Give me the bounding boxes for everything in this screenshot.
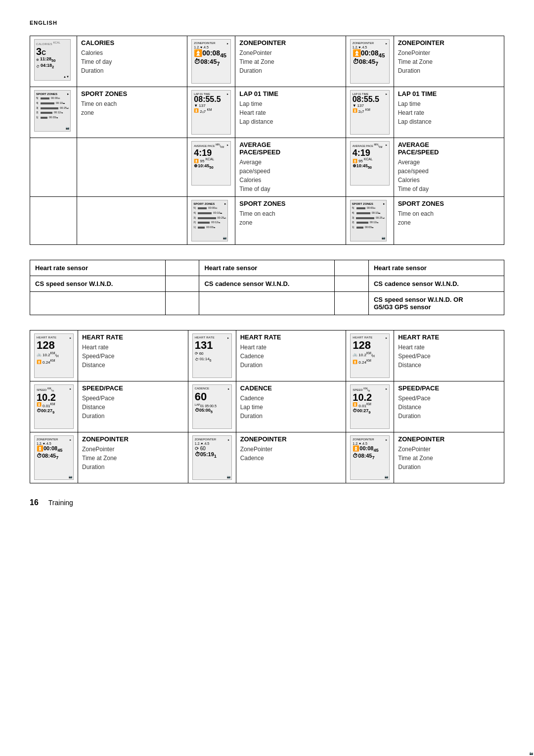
avg-pace-a-screen: AVERAGE PACE MIN/KM ▸ 4:19 ⏫ 95 KCAL ⊕10… xyxy=(191,141,231,186)
zp2-bottom-num: ⏱08:457 xyxy=(353,58,387,67)
sz-b-bar1 xyxy=(198,227,205,229)
lap01b-device-cell: LAP 01 TIME ▸ 08:55.5 ▼ 137 ⏫ 2₀7 KM 📷 xyxy=(346,87,394,138)
zpbot-a-top: ZONEPOINTER ▸ xyxy=(37,438,71,441)
zp1-label: ZONEPOINTER xyxy=(194,42,215,45)
lap01a-main: 08:55.5 xyxy=(194,95,228,103)
lap01b-screen: LAP 01 TIME ▸ 08:55.5 ▼ 137 ⏫ 2₀7 KM 📷 xyxy=(350,90,390,135)
hr-a-bike-icon: 🚲 xyxy=(37,352,42,357)
sensor-col4-r3 xyxy=(335,292,368,315)
zpbot-a-label: ZONEPOINTER xyxy=(37,438,58,441)
lap01b-features-cell: LAP 01 TIME Lap time Heart rate Lap dist… xyxy=(394,87,504,138)
avg-pace-a-cell: AVERAGE PACE MIN/KM ▸ 4:19 ⏫ 95 KCAL ⊕10… xyxy=(187,138,235,197)
avg-a-feat-2: Calories xyxy=(239,176,341,185)
zpbot-c-time: ⏫00:0845 xyxy=(353,446,387,453)
table-row: SPORT ZONES ▸ 5| 00:00₀₀ 4| 00:10₁₂ xyxy=(30,197,504,245)
zpbot-b-bottom: ⏱05:191 xyxy=(195,451,229,459)
avg-pace-a-features: AVERAGEPACE/SPEED Average pace/speed Cal… xyxy=(235,138,346,197)
sensor-col3-r3 xyxy=(199,292,335,315)
zpbot-a-cam: 📷 xyxy=(69,475,72,478)
zonepointer1-screen: ZONEPOINTER ▸ 1.2.♥.4.5 ⏫00:0845 ⏱08:457… xyxy=(191,39,231,84)
hr-c-cell: HEART RATE ▸ 128 🚲 10.2KM/H ⏫ 0.24KM 📷 xyxy=(346,331,394,381)
speed-b-feat-3: Duration xyxy=(398,412,500,421)
zpbot-c-label: ZONEPOINTER xyxy=(353,438,374,441)
avg-b-feat-3: Time of day xyxy=(398,185,500,193)
sensor-col1-r3 xyxy=(30,292,166,315)
sz-c-zone1: 1| 00:03₀₂ xyxy=(352,226,385,230)
zpbot-b-arrow: ▸ xyxy=(228,438,229,441)
sz-c-z1: 1| xyxy=(352,226,356,230)
sensor-col3-r1: Heart rate sensor xyxy=(199,260,335,276)
zonepointer2-device-cell: ZONEPOINTER ▸ 1.2.♥.4.5 ⏫00:0845 ⏱08:457… xyxy=(346,36,394,87)
empty-row4-col1 xyxy=(30,197,77,245)
zpbot-a-title: ZONEPOINTER xyxy=(82,435,184,443)
zpbot-c-bottom: ⏱08:457 xyxy=(353,453,387,460)
lap01b-tri-down: ▼ xyxy=(353,103,356,108)
zpbot-c-feat-2: Time at Zone xyxy=(398,454,500,463)
cadence-a-arrow: ▸ xyxy=(228,387,229,390)
zpbot-a-features: ZONEPOINTER ZonePointer Time at Zone Dur… xyxy=(78,432,188,483)
calories-feat-2: Time of day xyxy=(81,57,183,66)
zpbot-c-feat-3: Duration xyxy=(398,463,500,472)
speed-b-feat-1: Speed/Pace xyxy=(398,394,500,403)
sz-c-label: SPORT ZONES xyxy=(352,202,373,206)
sport-zones-screen: SPORT ZONES ▸ 5| 00:00₀₀ 4| 00:10₁₂ xyxy=(34,90,71,132)
zpbot-b-zones: 1.2.♥.4.5 xyxy=(195,442,229,445)
avg-b-cal: ⏫ 95 KCAL xyxy=(353,157,387,163)
avg-b-feat-1: Average xyxy=(398,158,500,167)
sz-b-feat-1b: zone xyxy=(239,218,341,227)
speed-a-dist-val: 0.01KM xyxy=(43,402,55,408)
zp2-feat-3: Duration xyxy=(398,66,500,75)
hr-sensor-title-2: Heart rate sensor xyxy=(204,264,257,272)
sport-zones-features-cell: SPORT ZONES Time on each zone xyxy=(77,87,187,138)
zone-4-time: 00:10₁₂ xyxy=(56,101,65,105)
sz-c-feat-1: Time on each xyxy=(398,209,500,218)
zpbot-c-top: ZONEPOINTER ▸ xyxy=(353,438,387,441)
zone-2-bar xyxy=(41,112,52,114)
lap01a-hr-val: 137 xyxy=(199,103,205,108)
avg-a-main: 4:19 xyxy=(194,148,228,157)
hr-a-sub2: ⏫ 0.24KM xyxy=(37,359,71,365)
speed-cadence-row: SPEED KM/H ▸ 10.2 ⏫ 0.01KM ⏱00:279 📷 SPE… xyxy=(30,381,504,432)
sz-b-feat-1: Time on each xyxy=(239,209,341,218)
sz-c-arrow: ▸ xyxy=(383,202,385,206)
speed-a-dist-icon: ⏫ xyxy=(37,402,42,408)
empty-cell-row3-col1 xyxy=(30,138,77,197)
sz-top: SPORT ZONES ▸ xyxy=(36,92,69,96)
sz-b-z5: 5| xyxy=(193,206,197,210)
zone-4-label: 4| xyxy=(36,101,40,105)
zp2-top-tag: ZONEPOINTER ▸ xyxy=(353,42,387,45)
zpbot-b-label: ZONEPOINTER xyxy=(195,438,216,441)
zp2-time-num: ⏫00:0845 xyxy=(353,49,387,58)
cs-cadence-sensor-1: CS cadence sensor W.I.N.D. xyxy=(204,280,289,287)
hr-b-features: HEART RATE Heart rate Cadence Duration xyxy=(236,331,346,381)
lap01a-dist-row: ⏫ 2₀7 KM xyxy=(194,108,228,114)
calories-tod-row: ⊕ 11:2850 xyxy=(36,56,69,63)
lap01b-feat-2: Heart rate xyxy=(398,108,500,117)
lap01b-dist-val: 2₀7 KM xyxy=(358,108,370,114)
cs-speed-sensor: CS speed sensor W.I.N.D. xyxy=(35,280,113,287)
zp1-bottom-num: ⏱08:457 xyxy=(194,58,228,67)
sz-b-label: SPORT ZONES xyxy=(193,202,215,206)
zp2-feat-2: Time at Zone xyxy=(398,57,500,66)
calories-main-num: 3C xyxy=(36,47,69,56)
sport-zones-device-cell: SPORT ZONES ▸ 5| 00:00₀₀ 4| 00:10₁₂ xyxy=(30,87,77,138)
cs-cadence-sensor-2: CS cadence sensor W.I.N.D. xyxy=(374,280,459,287)
sz-b-z4: 4| xyxy=(193,211,197,215)
zpbot-b-screen: ZONEPOINTER ▸ 1.2.♥.4.5 ⟳ 60 ⏱05:191 📷 xyxy=(192,435,232,480)
sz-c-device-cell: SPORT ZONES ▸ 5| 00:00₀₀ 4| 00:10₁₂ xyxy=(346,197,394,245)
zonepointer1-features-cell: ZONEPOINTER ZonePointer Time at Zone Dur… xyxy=(235,36,346,87)
avg-pace-b-features: AVERAGEPACE/SPEED Average pace/speed Cal… xyxy=(394,138,504,197)
sz-c-t2: 00:12₀₁ xyxy=(370,221,379,225)
calories-device-screen: CALORIES KCAL 3C ⊕ 11:2850 ⏱ 04:182 ▲▼ xyxy=(34,39,71,81)
hr-b-feat-3: Duration xyxy=(240,361,342,370)
sz-c-zone2: 2| 00:12₀₁ xyxy=(352,221,385,225)
speed-a-features: SPEED/PACE Speed/Pace Distance Duration xyxy=(78,381,188,432)
sz-b-device-cell: SPORT ZONES ▸ 5| 00:00₀₀ 4| 00:10₁₂ xyxy=(187,197,235,245)
speed-a-title: SPEED/PACE xyxy=(82,384,184,392)
zpbot-b-cam: 📷 xyxy=(227,475,230,478)
sensor-row-2: CS speed sensor W.I.N.D. CS cadence sens… xyxy=(30,276,504,292)
sz-b-t5: 00:00₀₀ xyxy=(208,206,217,210)
device-bottom-icons: ▲▼ xyxy=(63,75,69,79)
zonepointer2-screen: ZONEPOINTER ▸ 1.2.♥.4.5 ⏫00:0845 ⏱08:457… xyxy=(350,39,390,84)
calories-feat-3: Duration xyxy=(81,66,183,75)
